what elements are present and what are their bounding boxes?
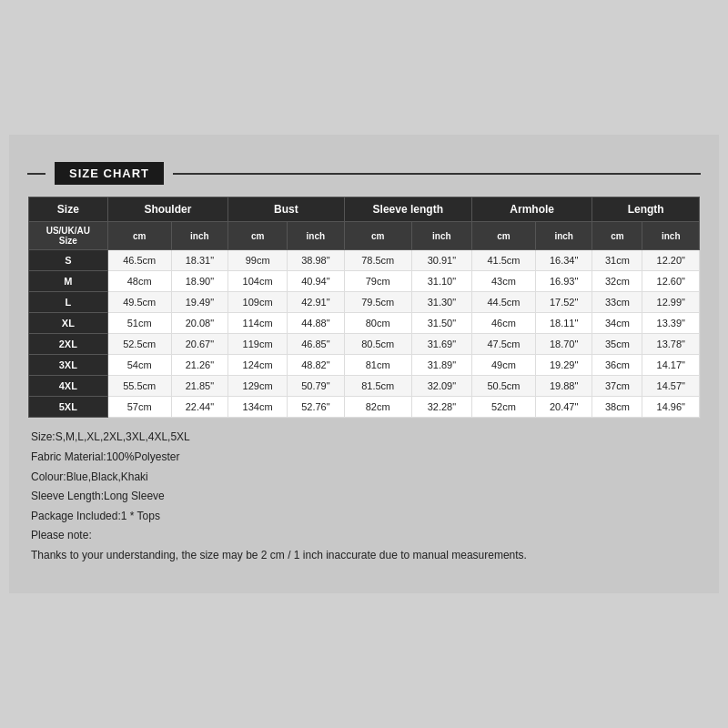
col-shoulder: Shoulder [107, 197, 228, 222]
size-value: 13.78" [642, 334, 700, 355]
size-table-wrapper: Size Shoulder Bust Sleeve length Armhole… [27, 196, 701, 419]
sub-col-bust-inch: inch [288, 222, 344, 250]
sub-col-sleeve-cm: cm [344, 222, 411, 250]
size-value: 35cm [592, 334, 642, 355]
size-value: 46.5cm [107, 250, 171, 271]
size-value: 14.17" [642, 355, 700, 376]
size-value: 99cm [228, 250, 288, 271]
size-value: 50.5cm [471, 376, 535, 397]
size-value: 31.89" [411, 355, 471, 376]
size-value: 20.08" [171, 313, 228, 334]
size-chart-title: SIZE CHART [55, 162, 164, 185]
table-row: 4XL55.5cm21.85"129cm50.79"81.5cm32.09"50… [29, 376, 700, 397]
size-value: 44.5cm [471, 292, 535, 313]
info-line: Package Included:1 * Tops [31, 507, 697, 527]
info-line: Sleeve Length:Long Sleeve [31, 487, 697, 507]
size-value: 31.69" [411, 334, 471, 355]
size-table: Size Shoulder Bust Sleeve length Armhole… [28, 197, 700, 418]
sub-col-length-cm: cm [592, 222, 642, 250]
size-value: 31.50" [411, 313, 471, 334]
info-line: Fabric Material:100%Polyester [31, 448, 697, 468]
size-value: 14.57" [642, 376, 700, 397]
size-label: XL [29, 313, 108, 334]
size-value: 80cm [344, 313, 411, 334]
table-row: 2XL52.5cm20.67"119cm46.85"80.5cm31.69"47… [29, 334, 700, 355]
sub-col-ukau: US/UK/AUSize [29, 222, 108, 250]
size-value: 78.5cm [344, 250, 411, 271]
size-value: 80.5cm [344, 334, 411, 355]
table-row: L49.5cm19.49"109cm42.91"79.5cm31.30"44.5… [29, 292, 700, 313]
size-value: 57cm [107, 397, 171, 418]
info-section: Size:S,M,L,XL,2XL,3XL,4XL,5XLFabric Mate… [27, 419, 701, 565]
size-value: 37cm [592, 376, 642, 397]
sub-col-bust-cm: cm [228, 222, 288, 250]
size-value: 18.70" [535, 334, 592, 355]
size-value: 16.34" [535, 250, 592, 271]
size-value: 129cm [228, 376, 288, 397]
size-value: 42.91" [288, 292, 344, 313]
size-value: 49.5cm [107, 292, 171, 313]
size-value: 32.28" [411, 397, 471, 418]
size-value: 31.10" [411, 271, 471, 292]
sub-col-sleeve-inch: inch [411, 222, 471, 250]
info-line: Colour:Blue,Black,Khaki [31, 468, 697, 488]
size-value: 46cm [471, 313, 535, 334]
size-value: 20.67" [171, 334, 228, 355]
col-size: Size [29, 197, 108, 222]
size-value: 19.49" [171, 292, 228, 313]
size-value: 40.94" [288, 271, 344, 292]
size-label: 3XL [29, 355, 108, 376]
size-value: 134cm [228, 397, 288, 418]
table-row: M48cm18.90"104cm40.94"79cm31.10"43cm16.9… [29, 271, 700, 292]
sub-col-shoulder-inch: inch [171, 222, 228, 250]
size-value: 18.31" [171, 250, 228, 271]
size-value: 47.5cm [471, 334, 535, 355]
sub-col-armhole-inch: inch [535, 222, 592, 250]
size-value: 22.44" [171, 397, 228, 418]
sub-col-length-inch: inch [642, 222, 700, 250]
main-header-row: Size Shoulder Bust Sleeve length Armhole… [29, 197, 700, 222]
info-line: Please note: [31, 526, 697, 546]
size-value: 16.93" [535, 271, 592, 292]
size-value: 46.85" [288, 334, 344, 355]
size-value: 54cm [107, 355, 171, 376]
size-value: 52.5cm [107, 334, 171, 355]
size-value: 79cm [344, 271, 411, 292]
col-bust: Bust [228, 197, 345, 222]
size-value: 81.5cm [344, 376, 411, 397]
size-value: 52.76" [288, 397, 344, 418]
size-value: 31cm [592, 250, 642, 271]
info-line: Size:S,M,L,XL,2XL,3XL,4XL,5XL [31, 428, 697, 448]
size-value: 12.99" [642, 292, 700, 313]
size-value: 20.47" [535, 397, 592, 418]
info-line: Thanks to your understanding, the size m… [31, 546, 697, 566]
title-line-right [173, 173, 701, 175]
table-row: 5XL57cm22.44"134cm52.76"82cm32.28"52cm20… [29, 397, 700, 418]
size-value: 109cm [228, 292, 288, 313]
size-value: 30.91" [411, 250, 471, 271]
size-value: 32cm [592, 271, 642, 292]
table-row: XL51cm20.08"114cm44.88"80cm31.50"46cm18.… [29, 313, 700, 334]
size-value: 34cm [592, 313, 642, 334]
size-value: 18.90" [171, 271, 228, 292]
size-value: 14.96" [642, 397, 700, 418]
col-armhole: Armhole [471, 197, 592, 222]
size-value: 51cm [107, 313, 171, 334]
size-value: 52cm [471, 397, 535, 418]
size-value: 44.88" [288, 313, 344, 334]
size-value: 124cm [228, 355, 288, 376]
size-value: 19.29" [535, 355, 592, 376]
size-value: 48.82" [288, 355, 344, 376]
size-value: 21.85" [171, 376, 228, 397]
size-value: 81cm [344, 355, 411, 376]
title-line-left [27, 173, 46, 175]
size-value: 79.5cm [344, 292, 411, 313]
size-value: 50.79" [288, 376, 344, 397]
size-value: 43cm [471, 271, 535, 292]
col-sleeve: Sleeve length [344, 197, 471, 222]
main-container: SIZE CHART Size Shoulder Bust Sleeve len… [9, 135, 719, 592]
size-value: 104cm [228, 271, 288, 292]
size-value: 13.39" [642, 313, 700, 334]
size-label: L [29, 292, 108, 313]
size-label: 4XL [29, 376, 108, 397]
